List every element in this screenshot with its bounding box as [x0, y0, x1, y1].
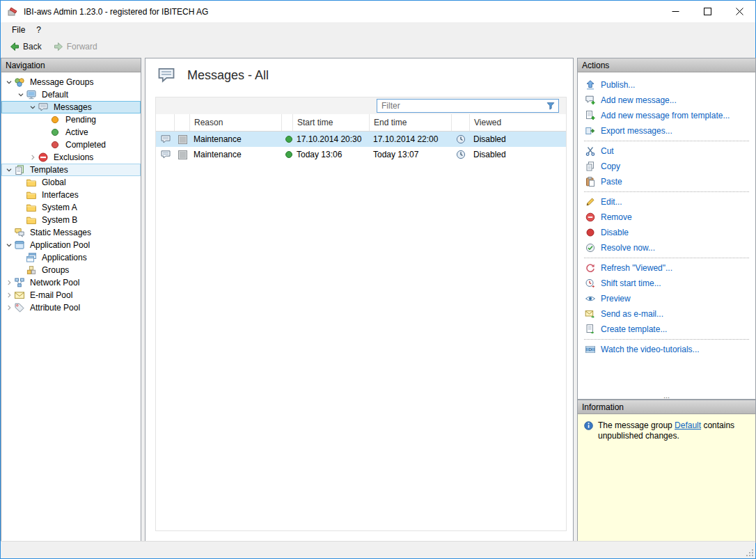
messages-header: Messages - All [156, 65, 269, 85]
tree-item-label: Active [63, 127, 90, 138]
chevron-expanded-icon[interactable] [4, 165, 14, 175]
resize-grip[interactable] [745, 548, 754, 557]
action-label: Create template... [601, 324, 667, 334]
tree-item-label: Static Messages [28, 227, 93, 238]
chevron-expanded-icon[interactable] [28, 102, 38, 112]
back-button[interactable]: Back [4, 40, 47, 54]
tree-item-label: Applications [40, 252, 89, 263]
chevron-expanded-icon[interactable] [16, 90, 26, 100]
close-button[interactable] [723, 1, 755, 22]
tree-item-label: Templates [28, 164, 70, 175]
action-refresh-viewed[interactable]: Refresh "Viewed"... [578, 260, 755, 276]
tree-item-applications[interactable]: Applications [1, 251, 141, 264]
cell-reason: Maintenance [189, 150, 281, 159]
filter-box[interactable] [377, 99, 559, 113]
tree-item-email-pool[interactable]: E-mail Pool [1, 289, 141, 301]
cell-start-time: Today 13:06 [292, 150, 369, 159]
chevron-spacer [16, 265, 26, 275]
tree-item-exclusions[interactable]: Exclusions [1, 151, 141, 164]
column-header-end-time[interactable]: End time [369, 114, 451, 131]
filter-input[interactable] [377, 101, 546, 111]
actions-more-indicator[interactable]: ... [578, 393, 755, 399]
action-add-new-message-from-template[interactable]: Add new message from template... [578, 108, 755, 123]
action-publish[interactable]: Publish... [578, 77, 755, 93]
filter-icon[interactable] [546, 101, 556, 111]
tree-item-label: Message Groups [28, 77, 95, 88]
action-paste[interactable]: Paste [578, 174, 755, 189]
messages-panel: Messages - All Reason Start time End tim… [145, 58, 574, 543]
tree-item-interfaces[interactable]: Interfaces [1, 189, 141, 201]
tree-item-application-pool[interactable]: Application Pool [1, 239, 141, 251]
tree-item-global[interactable]: Global [1, 176, 141, 189]
action-edit[interactable]: Edit... [578, 194, 755, 210]
tree-item-label: System A [40, 202, 79, 213]
folder-icon [26, 214, 37, 226]
info-text-before: The message group [598, 420, 675, 430]
tree-item-active[interactable]: Active [1, 126, 141, 139]
chevron-collapsed-icon[interactable] [4, 290, 14, 300]
action-add-new-message[interactable]: Add new message... [578, 93, 755, 108]
table-row[interactable]: Maintenance 17.10.2014 20:30 17.10.2014 … [156, 132, 566, 147]
column-header-reason[interactable]: Reason [189, 114, 281, 131]
tree-item-message-groups[interactable]: Message Groups [1, 76, 141, 88]
forward-button[interactable]: Forward [48, 40, 102, 54]
action-watch-video-tutorials[interactable]: Watch the video-tutorials... [578, 342, 755, 357]
tree-item-static-messages[interactable]: Static Messages [1, 226, 141, 239]
table-row[interactable]: Maintenance Today 13:06 Today 13:07 Disa… [156, 147, 566, 162]
action-shift-start-time[interactable]: Shift start time... [578, 276, 755, 291]
actions-separator [584, 191, 749, 192]
chevron-expanded-icon[interactable] [4, 77, 14, 87]
tree-item-label: Messages [52, 102, 94, 113]
tree-item-system-a[interactable]: System A [1, 201, 141, 214]
default-group-link[interactable]: Default [675, 420, 701, 430]
message-icon [160, 134, 171, 145]
action-create-template[interactable]: Create template... [578, 322, 755, 337]
messages-icon-large [156, 65, 177, 85]
actions-separator [584, 141, 749, 141]
resolve-icon [585, 242, 596, 253]
action-cut[interactable]: Cut [578, 143, 755, 159]
tree-item-label: Global [40, 177, 68, 188]
tree-item-system-b[interactable]: System B [1, 214, 141, 226]
action-send-as-email[interactable]: Send as e-mail... [578, 306, 755, 322]
action-remove[interactable]: Remove [578, 210, 755, 225]
chevron-spacer [16, 253, 26, 262]
tree-item-default[interactable]: Default [1, 88, 141, 101]
navigation-panel: Navigation Message Groups Default Messag… [1, 58, 141, 543]
menu-file[interactable]: File [6, 24, 31, 36]
chevron-collapsed-icon[interactable] [4, 303, 14, 313]
column-header-viewed[interactable]: Viewed [469, 114, 566, 131]
back-arrow-icon [9, 41, 20, 52]
tree-item-network-pool[interactable]: Network Pool [1, 276, 141, 289]
message-groups-icon [14, 77, 25, 88]
tree-item-messages[interactable]: Messages [1, 101, 141, 113]
chevron-spacer [16, 203, 26, 212]
status-dot-icon [285, 136, 292, 143]
column-header-start-time[interactable]: Start time [292, 114, 369, 131]
action-export-messages[interactable]: Export messages... [578, 123, 755, 139]
action-copy[interactable]: Copy [578, 159, 755, 174]
tree-item-pending[interactable]: Pending [1, 113, 141, 126]
chevron-collapsed-icon[interactable] [28, 152, 38, 162]
chevron-collapsed-icon[interactable] [4, 278, 14, 288]
tree-item-attribute-pool[interactable]: Attribute Pool [1, 301, 141, 314]
chevron-expanded-icon[interactable] [4, 240, 14, 250]
tree-item-label: System B [40, 214, 79, 226]
chevron-spacer [4, 228, 14, 237]
status-dot-icon [285, 151, 292, 158]
minimize-button[interactable] [659, 1, 691, 22]
create-template-icon [585, 324, 596, 335]
cell-viewed: Disabled [469, 150, 566, 159]
action-disable[interactable]: Disable [578, 225, 755, 240]
maximize-button[interactable] [691, 1, 723, 22]
action-label: Add new message from template... [601, 111, 730, 120]
menu-help[interactable]: ? [31, 24, 47, 36]
tree-item-label: Network Pool [28, 277, 81, 288]
tree-item-groups[interactable]: Groups [1, 264, 141, 276]
tree-item-completed[interactable]: Completed [1, 139, 141, 151]
action-resolve-now[interactable]: Resolve now... [578, 240, 755, 255]
tree-item-templates[interactable]: Templates [1, 164, 141, 176]
action-preview[interactable]: Preview [578, 291, 755, 306]
action-label: Remove [601, 212, 632, 222]
messages-icon [38, 102, 49, 113]
